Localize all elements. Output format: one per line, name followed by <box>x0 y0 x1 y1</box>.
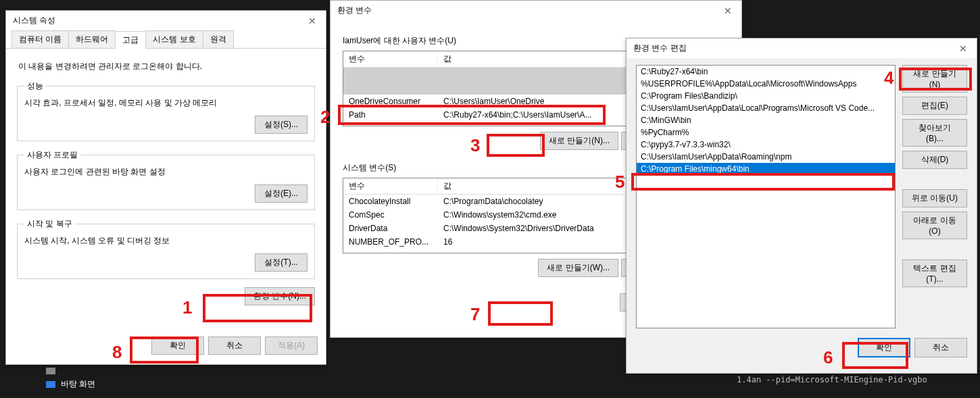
text-edit-button[interactable]: 텍스트 편집(T)... <box>902 259 967 287</box>
environment-variables-button[interactable]: 환경 변수(N)... <box>245 287 315 305</box>
explorer-sidebar: 바탕 화면 <box>41 365 243 391</box>
close-icon[interactable]: ✕ <box>720 5 736 16</box>
titlebar: 환경 변수 ✕ <box>330 1 741 20</box>
admin-note: 이 내용을 변경하려면 관리자로 로그온해야 합니다. <box>18 61 315 72</box>
cell-name: Path <box>343 109 438 121</box>
path-item[interactable]: C:\Users\IamUser\AppData\Roaming\npm <box>637 151 895 163</box>
col-variable: 변수 <box>343 178 438 194</box>
window-title: 환경 변수 편집 <box>633 43 687 54</box>
edit-button[interactable]: 편집(E) <box>902 97 967 115</box>
cell-name: OneDriveConsumer <box>343 95 438 107</box>
sidebar-item-label: 바탕 화면 <box>61 378 95 390</box>
sidebar-item <box>41 365 243 377</box>
ok-button[interactable]: 확인 <box>858 338 910 357</box>
ok-button[interactable]: 확인 <box>151 337 204 355</box>
startup-recovery-desc: 시스템 시작, 시스템 오류 및 디버깅 정보 <box>24 235 308 247</box>
tab-system-protection[interactable]: 시스템 보호 <box>145 30 203 48</box>
tab-hardware[interactable]: 하드웨어 <box>68 30 116 48</box>
user-profile-desc: 사용자 로그인에 관련된 바탕 화면 설정 <box>24 166 308 178</box>
delete-button[interactable]: 삭제(D) <box>902 151 967 169</box>
window-title: 환경 변수 <box>337 5 372 16</box>
cell-name: NUMBER_OF_PRO... <box>343 236 438 248</box>
move-down-button[interactable]: 아래로 이동(O) <box>902 212 967 239</box>
performance-desc: 시각 효과, 프로세서 일정, 메모리 사용 및 가상 메모리 <box>24 97 308 109</box>
startup-recovery-settings-button[interactable]: 설정(T)... <box>255 253 308 272</box>
performance-legend: 성능 <box>24 80 46 92</box>
col-variable: 변수 <box>343 51 438 67</box>
cancel-button[interactable]: 취소 <box>914 338 967 357</box>
window-title: 시스템 속성 <box>13 15 55 26</box>
tab-advanced[interactable]: 고급 <box>115 31 146 49</box>
cancel-button[interactable]: 취소 <box>208 337 261 355</box>
cell-name: ChocolateyInstall <box>343 195 438 207</box>
path-list[interactable]: C:\Ruby27-x64\bin %USERPROFILE%\AppData\… <box>636 65 896 328</box>
user-profile-legend: 사용자 프로필 <box>24 149 80 161</box>
performance-group: 성능 시각 효과, 프로세서 일정, 메모리 사용 및 가상 메모리 설정(S)… <box>17 80 315 141</box>
titlebar: 시스템 속성 ✕ <box>6 11 326 30</box>
edit-environment-variable-dialog: 환경 변수 편집 ✕ C:\Ruby27-x64\bin %USERPROFIL… <box>626 38 977 374</box>
path-item[interactable]: %USERPROFILE%\AppData\Local\Microsoft\Wi… <box>637 78 895 90</box>
new-button[interactable]: 새로 만들기(N) <box>902 65 967 93</box>
path-item[interactable]: C:\Users\IamUser\AppData\Local\Programs\… <box>637 102 895 114</box>
path-item[interactable]: C:\pypy3.7-v7.3.3-win32\ <box>637 139 895 151</box>
user-new-button[interactable]: 새로 만들기(N)... <box>540 132 618 150</box>
titlebar: 환경 변수 편집 ✕ <box>627 39 977 58</box>
startup-recovery-group: 시작 및 복구 시스템 시작, 시스템 오류 및 디버깅 정보 설정(T)... <box>17 218 315 279</box>
tab-remote[interactable]: 원격 <box>203 30 234 48</box>
system-properties-dialog: 시스템 속성 ✕ 컴퓨터 이름 하드웨어 고급 시스템 보호 원격 이 내용을 … <box>5 10 326 365</box>
performance-settings-button[interactable]: 설정(S)... <box>255 116 308 134</box>
sidebar-item-desktop[interactable]: 바탕 화면 <box>41 377 243 391</box>
path-item[interactable]: C:\Ruby27-x64\bin <box>637 66 895 78</box>
cell-name: ComSpec <box>343 209 438 221</box>
close-icon[interactable]: ✕ <box>304 16 320 26</box>
close-icon[interactable]: ✕ <box>955 43 971 54</box>
terminal-text: 1.4an --pid=Microsoft-MIEngine-Pid-vgbo <box>737 375 927 384</box>
sys-new-button[interactable]: 새로 만들기(W)... <box>538 259 618 277</box>
user-profile-settings-button[interactable]: 설정(E)... <box>255 184 308 203</box>
path-item[interactable]: C:\MinGW\bin <box>637 114 895 126</box>
path-item-selected[interactable]: C:\Program Files\mingw64\bin <box>637 163 895 175</box>
cell-name <box>343 68 438 71</box>
startup-recovery-legend: 시작 및 복구 <box>24 218 75 230</box>
browse-button[interactable]: 찾아보기(B)... <box>902 119 967 147</box>
path-item[interactable]: %PyCharm% <box>637 126 895 139</box>
cell-name: DriverData <box>343 222 438 234</box>
tab-strip: 컴퓨터 이름 하드웨어 고급 시스템 보호 원격 <box>6 30 326 49</box>
tab-computer-name[interactable]: 컴퓨터 이름 <box>11 30 69 48</box>
path-item[interactable]: C:\Program Files\Bandizip\ <box>637 90 895 102</box>
apply-button[interactable]: 적용(A) <box>265 337 318 355</box>
side-button-column: 새로 만들기(N) 편집(E) 찾아보기(B)... 삭제(D) 위로 이동(U… <box>902 65 967 328</box>
move-up-button[interactable]: 위로 이동(U) <box>902 189 967 207</box>
user-profile-group: 사용자 프로필 사용자 로그인에 관련된 바탕 화면 설정 설정(E)... <box>17 149 315 210</box>
